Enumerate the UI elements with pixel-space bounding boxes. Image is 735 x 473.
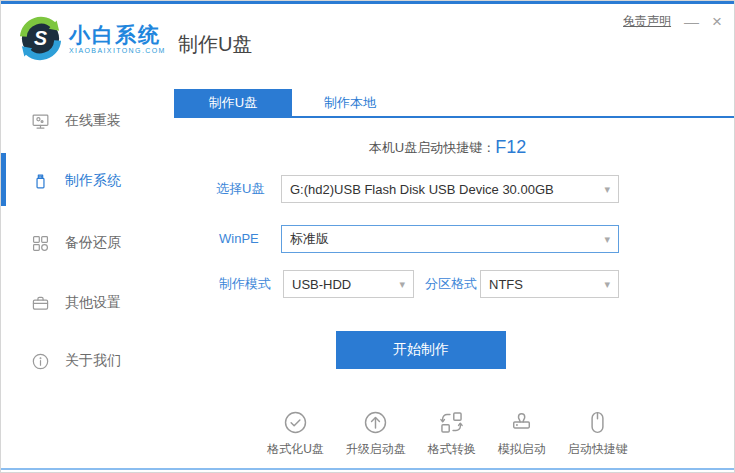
tool-label: 模拟启动 [498, 441, 546, 458]
titlebar: 免责声明 — × [623, 13, 722, 30]
tool-label: 升级启动盘 [346, 441, 406, 458]
top-accent-line [1, 1, 734, 4]
sidebar-item-other-settings[interactable]: 其他设置 [31, 291, 121, 315]
chevron-down-icon: ▾ [604, 233, 610, 246]
chevron-down-icon: ▾ [399, 278, 405, 291]
format-usb-icon [282, 409, 309, 436]
backup-restore-icon [31, 234, 50, 253]
app-logo: S 小白系统 XIAOBAIXITONG.COM [17, 15, 166, 62]
sidebar-item-backup-restore[interactable]: 备份还原 [31, 231, 121, 255]
tab-make-local[interactable]: 制作本地 [292, 89, 408, 116]
sidebar-item-about-us[interactable]: 关于我们 [31, 349, 121, 373]
winpe-select[interactable]: 标准版 ▾ [281, 225, 619, 253]
close-icon[interactable]: × [712, 14, 722, 29]
sidebar-item-label: 关于我们 [65, 352, 121, 370]
usb-select[interactable]: G:(hd2)USB Flash Disk USB Device 30.00GB… [281, 175, 619, 203]
partition-format-label: 分区格式 [425, 270, 477, 298]
tool-label: 格式转换 [428, 441, 476, 458]
boot-hotkey-info: 本机U盘启动快捷键：F12 [174, 137, 721, 158]
sidebar-item-label: 备份还原 [65, 234, 121, 252]
format-convert-icon [438, 409, 465, 436]
svg-text:S: S [34, 27, 47, 49]
tool-simulate-boot[interactable]: 模拟启动 [498, 409, 546, 458]
chevron-down-icon: ▾ [604, 183, 610, 196]
tab-underline [174, 116, 734, 118]
minimize-icon[interactable]: — [684, 14, 699, 29]
tool-label: 启动快捷键 [568, 441, 628, 458]
partition-format-select[interactable]: NTFS ▾ [480, 270, 619, 298]
logo-subtitle: XIAOBAIXITONG.COM [69, 47, 166, 54]
tool-label: 格式化U盘 [267, 441, 324, 458]
sidebar-item-online-reinstall[interactable]: 在线重装 [31, 109, 121, 133]
winpe-select-value: 标准版 [290, 230, 598, 248]
make-mode-label: 制作模式 [219, 270, 271, 298]
boot-hotkey-label: 本机U盘启动快捷键： [369, 140, 495, 155]
partition-format-value: NTFS [489, 277, 598, 292]
bottom-toolbar: 格式化U盘 升级启动盘 格式转换 [174, 409, 721, 458]
sidebar-item-make-system[interactable]: 制作系统 [31, 169, 121, 193]
make-mode-value: USB-HDD [292, 277, 393, 292]
tab-make-usb[interactable]: 制作U盘 [174, 89, 292, 116]
about-us-icon [31, 352, 50, 371]
online-reinstall-icon [31, 112, 50, 131]
sidebar-item-label: 在线重装 [65, 112, 121, 130]
boot-hotkey-value: F12 [495, 137, 526, 157]
usb-make-icon [31, 172, 50, 191]
sidebar-item-label: 其他设置 [65, 294, 121, 312]
logo-icon: S [17, 15, 64, 62]
logo-text: 小白系统 XIAOBAIXITONG.COM [69, 23, 166, 54]
usb-select-value: G:(hd2)USB Flash Disk USB Device 30.00GB [290, 182, 598, 197]
simulate-boot-icon [508, 409, 535, 436]
chevron-down-icon: ▾ [604, 278, 610, 291]
winpe-label: WinPE [219, 225, 259, 253]
tool-boot-hotkey[interactable]: 启动快捷键 [568, 409, 628, 458]
tool-format-convert[interactable]: 格式转换 [428, 409, 476, 458]
other-settings-icon [31, 294, 50, 313]
bottom-accent-line [1, 468, 734, 470]
make-mode-select[interactable]: USB-HDD ▾ [283, 270, 414, 298]
tool-upgrade-boot-disk[interactable]: 升级启动盘 [346, 409, 406, 458]
select-usb-label: 选择U盘 [216, 175, 264, 203]
start-make-button[interactable]: 开始制作 [336, 331, 506, 369]
tool-format-usb[interactable]: 格式化U盘 [267, 409, 324, 458]
boot-hotkey-icon [584, 409, 611, 436]
sidebar-active-indicator [1, 153, 6, 206]
disclaimer-link[interactable]: 免责声明 [623, 13, 671, 30]
page-title: 制作U盘 [178, 31, 252, 58]
upgrade-boot-disk-icon [362, 409, 389, 436]
logo-title: 小白系统 [69, 23, 166, 47]
app-window: 免责声明 — × S 小白系统 XIAOBAIXITONG.COM 制作U盘 在… [0, 0, 735, 473]
sidebar-item-label: 制作系统 [65, 172, 121, 190]
